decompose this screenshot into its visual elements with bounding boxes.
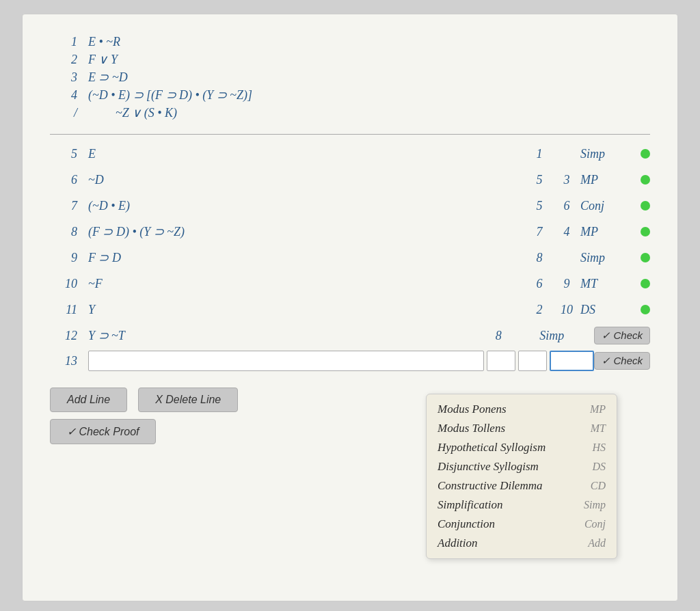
premise-num-1: 1 — [50, 35, 77, 49]
dropdown-item-conj[interactable]: Conjunction Conj — [438, 517, 606, 531]
proof-ref1-5: 1 — [526, 147, 553, 161]
proof-rule-11: DS — [580, 303, 635, 317]
main-container: 1 E • ~R 2 F ∨ Y 3 E ⊃ ~D 4 (~D • E) ⊃ [… — [22, 14, 678, 601]
proof-row-7: 7 (~D • E) 5 6 Conj — [50, 195, 650, 217]
proof-ref1-8: 7 — [526, 225, 553, 239]
proof-num-6: 6 — [50, 173, 77, 187]
proof-num-10: 10 — [50, 277, 77, 291]
proof-num-8: 8 — [50, 225, 77, 239]
status-dot-5 — [641, 149, 650, 159]
premise-formula-3: E ⊃ ~D — [88, 70, 128, 85]
proof-formula-7: (~D • E) — [88, 199, 526, 213]
dropdown-item-mp[interactable]: Modus Ponens MP — [438, 403, 606, 416]
proof-formula-11: Y — [88, 303, 526, 317]
proof-num-5: 5 — [50, 147, 77, 161]
proof-formula-6: ~D — [88, 173, 526, 187]
status-dot-7 — [641, 201, 650, 211]
proof-rule-12: Simp — [539, 329, 594, 343]
proof-rule-6: MP — [580, 173, 635, 187]
premise-row-3: 3 E ⊃ ~D — [50, 70, 650, 85]
check-button-12[interactable]: ✓ Check — [594, 327, 650, 344]
proof-rule-10: MT — [580, 277, 635, 291]
proof-ref1-9: 8 — [526, 251, 553, 265]
ref2-input-13[interactable] — [518, 351, 547, 371]
check-button-13[interactable]: ✓ Check — [594, 352, 650, 370]
dropdown-label-conj: Conjunction — [438, 517, 495, 531]
proof-ref2-8: 4 — [553, 225, 580, 239]
status-dot-11 — [641, 305, 650, 314]
check-proof-button[interactable]: ✓ Check Proof — [50, 419, 156, 444]
dropdown-abbr-conj: Conj — [584, 518, 606, 530]
proof-ref2-10: 9 — [553, 277, 580, 291]
dropdown-abbr-mt: MT — [591, 422, 606, 435]
proof-ref1-11: 2 — [526, 303, 553, 317]
proof-ref2-11: 10 — [553, 303, 580, 317]
dropdown-abbr-simp: Simp — [584, 499, 606, 511]
dropdown-label-cd: Constructive Dilemma — [438, 479, 542, 493]
proof-formula-5: E — [88, 147, 526, 161]
premise-formula-conclusion: ~Z ∨ (S • K) — [116, 105, 177, 120]
dropdown-label-add: Addition — [438, 537, 478, 550]
add-line-button[interactable]: Add Line — [50, 388, 127, 412]
dropdown-item-add[interactable]: Addition Add — [438, 537, 606, 550]
delete-line-button[interactable]: X Delete Line — [138, 388, 238, 412]
proof-section: 5 E 1 Simp 6 ~D 5 3 MP 7 (~D • E) 5 6 Co… — [50, 143, 650, 371]
premise-formula-1: E • ~R — [88, 35, 120, 49]
proof-formula-10: ~F — [88, 277, 526, 291]
dropdown-abbr-hs: HS — [592, 442, 606, 454]
divider — [50, 134, 650, 135]
proof-rule-9: Simp — [580, 251, 635, 265]
dropdown-label-mt: Modus Tollens — [438, 422, 505, 435]
dropdown-item-cd[interactable]: Constructive Dilemma CD — [438, 479, 606, 493]
proof-rule-7: Conj — [580, 199, 635, 213]
formula-input-13[interactable] — [88, 351, 484, 371]
proof-formula-9: F ⊃ D — [88, 250, 526, 265]
proof-ref2-7: 6 — [553, 199, 580, 213]
proof-ref2-6: 3 — [553, 173, 580, 187]
proof-num-13: 13 — [50, 354, 77, 368]
dropdown-item-simp[interactable]: Simplification Simp — [438, 498, 606, 512]
proof-num-7: 7 — [50, 199, 77, 213]
proof-row-5: 5 E 1 Simp — [50, 143, 650, 165]
proof-formula-12: Y ⊃ ~T — [88, 328, 485, 343]
proof-rule-8: MP — [580, 225, 635, 239]
premise-formula-4: (~D • E) ⊃ [(F ⊃ D) • (Y ⊃ ~Z)] — [88, 87, 252, 103]
proof-num-11: 11 — [50, 303, 77, 317]
dropdown-label-ds: Disjunctive Syllogism — [438, 460, 539, 474]
proof-row-11: 11 Y 2 10 DS — [50, 299, 650, 321]
rule-input-13[interactable] — [550, 351, 594, 371]
premise-row-4: 4 (~D • E) ⊃ [(F ⊃ D) • (Y ⊃ ~Z)] — [50, 87, 650, 103]
premises-section: 1 E • ~R 2 F ∨ Y 3 E ⊃ ~D 4 (~D • E) ⊃ [… — [50, 35, 650, 120]
proof-row-9: 9 F ⊃ D 8 Simp — [50, 247, 650, 269]
proof-ref1-10: 6 — [526, 277, 553, 291]
dropdown-item-hs[interactable]: Hypothetical Syllogism HS — [438, 441, 606, 454]
proof-row-12: 12 Y ⊃ ~T 8 Simp ✓ Check — [50, 325, 650, 347]
premise-row-1: 1 E • ~R — [50, 35, 650, 49]
status-dot-10 — [641, 279, 650, 288]
dropdown-label-mp: Modus Ponens — [438, 403, 507, 416]
dropdown-abbr-add: Add — [588, 537, 606, 549]
premise-num-3: 3 — [50, 70, 77, 85]
premise-num-conclusion: / — [50, 106, 77, 120]
dropdown-item-ds[interactable]: Disjunctive Syllogism DS — [438, 460, 606, 474]
proof-formula-8: (F ⊃ D) • (Y ⊃ ~Z) — [88, 224, 526, 239]
proof-num-9: 9 — [50, 251, 77, 265]
status-dot-8 — [641, 227, 650, 236]
premise-num-4: 4 — [50, 88, 77, 103]
status-dot-9 — [641, 253, 650, 262]
proof-ref1-7: 5 — [526, 199, 553, 213]
proof-ref1-12: 8 — [485, 329, 512, 343]
dropdown-abbr-mp: MP — [590, 403, 606, 416]
ref1-input-13[interactable] — [487, 351, 515, 371]
premise-row-conclusion: / ~Z ∨ (S • K) — [50, 105, 650, 120]
dropdown-label-simp: Simplification — [438, 498, 502, 512]
dropdown-item-mt[interactable]: Modus Tollens MT — [438, 422, 606, 435]
premise-formula-2: F ∨ Y — [88, 52, 118, 67]
proof-row-6: 6 ~D 5 3 MP — [50, 169, 650, 191]
dropdown-abbr-ds: DS — [592, 461, 606, 473]
proof-rule-5: Simp — [580, 147, 635, 161]
proof-ref1-6: 5 — [526, 173, 553, 187]
premise-num-2: 2 — [50, 53, 77, 67]
status-dot-6 — [641, 175, 650, 185]
proof-num-12: 12 — [50, 329, 77, 343]
